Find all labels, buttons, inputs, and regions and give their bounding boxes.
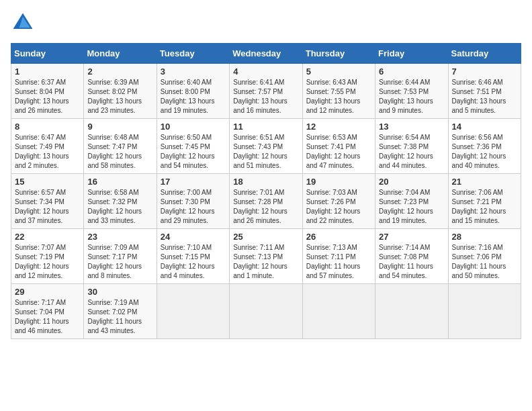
day-info: Sunrise: 6:40 AMSunset: 8:00 PMDaylight:… bbox=[161, 79, 215, 114]
calendar-day-cell: 4Sunrise: 6:41 AMSunset: 7:57 PMDaylight… bbox=[230, 64, 302, 119]
weekday-header: Sunday bbox=[11, 44, 84, 64]
day-info: Sunrise: 6:46 AMSunset: 7:51 PMDaylight:… bbox=[452, 79, 506, 114]
calendar-day-cell: 29Sunrise: 7:17 AMSunset: 7:04 PMDayligh… bbox=[11, 284, 84, 339]
calendar-day-cell bbox=[448, 284, 521, 339]
day-info: Sunrise: 7:04 AMSunset: 7:23 PMDaylight:… bbox=[379, 189, 433, 224]
day-number: 26 bbox=[306, 232, 371, 242]
calendar-day-cell: 7Sunrise: 6:46 AMSunset: 7:51 PMDaylight… bbox=[448, 64, 521, 119]
day-info: Sunrise: 6:44 AMSunset: 7:53 PMDaylight:… bbox=[379, 79, 433, 114]
calendar-day-cell: 15Sunrise: 6:57 AMSunset: 7:34 PMDayligh… bbox=[11, 174, 84, 229]
calendar-day-cell: 16Sunrise: 6:58 AMSunset: 7:32 PMDayligh… bbox=[84, 174, 157, 229]
weekday-header: Tuesday bbox=[157, 44, 229, 64]
day-info: Sunrise: 7:19 AMSunset: 7:02 PMDaylight:… bbox=[87, 299, 142, 334]
weekday-header: Friday bbox=[375, 44, 448, 64]
day-info: Sunrise: 6:48 AMSunset: 7:47 PMDaylight:… bbox=[87, 134, 142, 169]
day-info: Sunrise: 7:10 AMSunset: 7:15 PMDaylight:… bbox=[161, 244, 215, 279]
calendar-week-row: 15Sunrise: 6:57 AMSunset: 7:34 PMDayligh… bbox=[11, 174, 521, 229]
calendar-day-cell: 22Sunrise: 7:07 AMSunset: 7:19 PMDayligh… bbox=[11, 229, 84, 284]
calendar-day-cell: 8Sunrise: 6:47 AMSunset: 7:49 PMDaylight… bbox=[11, 119, 84, 174]
day-number: 8 bbox=[15, 122, 80, 132]
day-number: 15 bbox=[15, 177, 80, 187]
day-info: Sunrise: 6:57 AMSunset: 7:34 PMDaylight:… bbox=[15, 189, 69, 224]
calendar-day-cell: 2Sunrise: 6:39 AMSunset: 8:02 PMDaylight… bbox=[84, 64, 157, 119]
day-number: 13 bbox=[379, 122, 444, 132]
calendar-day-cell: 6Sunrise: 6:44 AMSunset: 7:53 PMDaylight… bbox=[375, 64, 448, 119]
calendar-day-cell: 30Sunrise: 7:19 AMSunset: 7:02 PMDayligh… bbox=[84, 284, 157, 339]
calendar-day-cell: 27Sunrise: 7:14 AMSunset: 7:08 PMDayligh… bbox=[375, 229, 448, 284]
calendar-day-cell: 25Sunrise: 7:11 AMSunset: 7:13 PMDayligh… bbox=[230, 229, 302, 284]
day-number: 12 bbox=[306, 122, 371, 132]
calendar-day-cell: 28Sunrise: 7:16 AMSunset: 7:06 PMDayligh… bbox=[448, 229, 521, 284]
day-info: Sunrise: 6:58 AMSunset: 7:32 PMDaylight:… bbox=[87, 189, 142, 224]
day-number: 25 bbox=[233, 232, 298, 242]
day-number: 16 bbox=[87, 177, 152, 187]
day-info: Sunrise: 6:50 AMSunset: 7:45 PMDaylight:… bbox=[161, 134, 215, 169]
day-number: 30 bbox=[87, 287, 152, 297]
day-number: 7 bbox=[452, 66, 517, 77]
calendar-day-cell bbox=[157, 284, 229, 339]
day-info: Sunrise: 7:00 AMSunset: 7:30 PMDaylight:… bbox=[161, 189, 215, 224]
calendar-day-cell: 14Sunrise: 6:56 AMSunset: 7:36 PMDayligh… bbox=[448, 119, 521, 174]
day-info: Sunrise: 7:13 AMSunset: 7:11 PMDaylight:… bbox=[306, 244, 361, 279]
calendar-week-row: 1Sunrise: 6:37 AMSunset: 8:04 PMDaylight… bbox=[11, 64, 521, 119]
day-info: Sunrise: 6:47 AMSunset: 7:49 PMDaylight:… bbox=[15, 134, 69, 169]
day-info: Sunrise: 7:14 AMSunset: 7:08 PMDaylight:… bbox=[379, 244, 433, 279]
day-info: Sunrise: 6:53 AMSunset: 7:41 PMDaylight:… bbox=[306, 134, 361, 169]
calendar-day-cell: 5Sunrise: 6:43 AMSunset: 7:55 PMDaylight… bbox=[302, 64, 375, 119]
weekday-header: Monday bbox=[84, 44, 157, 64]
day-number: 1 bbox=[15, 66, 80, 77]
day-info: Sunrise: 6:54 AMSunset: 7:38 PMDaylight:… bbox=[379, 134, 433, 169]
day-info: Sunrise: 6:43 AMSunset: 7:55 PMDaylight:… bbox=[306, 79, 361, 114]
calendar-day-cell: 13Sunrise: 6:54 AMSunset: 7:38 PMDayligh… bbox=[375, 119, 448, 174]
calendar-day-cell: 23Sunrise: 7:09 AMSunset: 7:17 PMDayligh… bbox=[84, 229, 157, 284]
calendar-day-cell: 18Sunrise: 7:01 AMSunset: 7:28 PMDayligh… bbox=[230, 174, 302, 229]
day-info: Sunrise: 7:09 AMSunset: 7:17 PMDaylight:… bbox=[87, 244, 142, 279]
day-info: Sunrise: 6:37 AMSunset: 8:04 PMDaylight:… bbox=[15, 79, 69, 114]
calendar-day-cell: 24Sunrise: 7:10 AMSunset: 7:15 PMDayligh… bbox=[157, 229, 229, 284]
day-number: 27 bbox=[379, 232, 444, 242]
calendar-day-cell: 1Sunrise: 6:37 AMSunset: 8:04 PMDaylight… bbox=[11, 64, 84, 119]
calendar-day-cell: 20Sunrise: 7:04 AMSunset: 7:23 PMDayligh… bbox=[375, 174, 448, 229]
weekday-header: Thursday bbox=[302, 44, 375, 64]
day-number: 24 bbox=[161, 232, 226, 242]
logo bbox=[11, 11, 38, 35]
calendar-day-cell: 26Sunrise: 7:13 AMSunset: 7:11 PMDayligh… bbox=[302, 229, 375, 284]
calendar-day-cell: 17Sunrise: 7:00 AMSunset: 7:30 PMDayligh… bbox=[157, 174, 229, 229]
day-number: 11 bbox=[233, 122, 298, 132]
calendar-week-row: 29Sunrise: 7:17 AMSunset: 7:04 PMDayligh… bbox=[11, 284, 521, 339]
calendar-day-cell bbox=[375, 284, 448, 339]
calendar-day-cell: 9Sunrise: 6:48 AMSunset: 7:47 PMDaylight… bbox=[84, 119, 157, 174]
calendar-day-cell: 19Sunrise: 7:03 AMSunset: 7:26 PMDayligh… bbox=[302, 174, 375, 229]
day-number: 29 bbox=[15, 287, 80, 297]
day-info: Sunrise: 7:06 AMSunset: 7:21 PMDaylight:… bbox=[452, 189, 506, 224]
day-info: Sunrise: 7:11 AMSunset: 7:13 PMDaylight:… bbox=[233, 244, 287, 279]
day-info: Sunrise: 7:17 AMSunset: 7:04 PMDaylight:… bbox=[15, 299, 69, 334]
calendar-day-cell: 21Sunrise: 7:06 AMSunset: 7:21 PMDayligh… bbox=[448, 174, 521, 229]
day-info: Sunrise: 6:51 AMSunset: 7:43 PMDaylight:… bbox=[233, 134, 287, 169]
day-number: 17 bbox=[161, 177, 226, 187]
calendar-day-cell: 3Sunrise: 6:40 AMSunset: 8:00 PMDaylight… bbox=[157, 64, 229, 119]
calendar-header-row: SundayMondayTuesdayWednesdayThursdayFrid… bbox=[11, 44, 521, 64]
day-number: 21 bbox=[452, 177, 517, 187]
calendar-table: SundayMondayTuesdayWednesdayThursdayFrid… bbox=[11, 43, 521, 339]
day-number: 23 bbox=[87, 232, 152, 242]
page-header bbox=[11, 11, 521, 35]
calendar-day-cell: 12Sunrise: 6:53 AMSunset: 7:41 PMDayligh… bbox=[302, 119, 375, 174]
weekday-header: Wednesday bbox=[230, 44, 302, 64]
day-number: 4 bbox=[233, 66, 298, 77]
day-number: 2 bbox=[87, 66, 152, 77]
day-number: 9 bbox=[87, 122, 152, 132]
calendar-week-row: 8Sunrise: 6:47 AMSunset: 7:49 PMDaylight… bbox=[11, 119, 521, 174]
day-info: Sunrise: 6:56 AMSunset: 7:36 PMDaylight:… bbox=[452, 134, 506, 169]
calendar-day-cell: 10Sunrise: 6:50 AMSunset: 7:45 PMDayligh… bbox=[157, 119, 229, 174]
day-info: Sunrise: 6:39 AMSunset: 8:02 PMDaylight:… bbox=[87, 79, 142, 114]
day-number: 6 bbox=[379, 66, 444, 77]
day-number: 5 bbox=[306, 66, 371, 77]
day-info: Sunrise: 6:41 AMSunset: 7:57 PMDaylight:… bbox=[233, 79, 287, 114]
day-info: Sunrise: 7:07 AMSunset: 7:19 PMDaylight:… bbox=[15, 244, 69, 279]
calendar-week-row: 22Sunrise: 7:07 AMSunset: 7:19 PMDayligh… bbox=[11, 229, 521, 284]
day-info: Sunrise: 7:16 AMSunset: 7:06 PMDaylight:… bbox=[452, 244, 506, 279]
calendar-day-cell bbox=[302, 284, 375, 339]
weekday-header: Saturday bbox=[448, 44, 521, 64]
day-info: Sunrise: 7:01 AMSunset: 7:28 PMDaylight:… bbox=[233, 189, 287, 224]
